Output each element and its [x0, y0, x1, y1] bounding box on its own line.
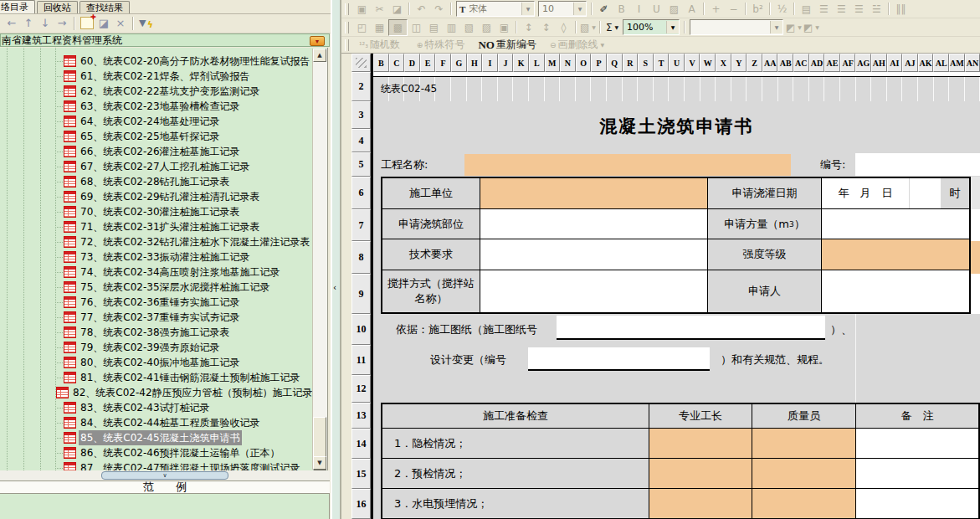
tree-item[interactable]: 69、统表C02-29钻孔灌注桩清孔记录表 [0, 189, 313, 204]
tree-item[interactable]: 64、统表C02-24地基处理记录 [0, 114, 313, 129]
font-increase-button[interactable]: + [707, 2, 725, 17]
column-header[interactable]: J [498, 54, 514, 72]
border-color-button[interactable]: ◩▼ [785, 20, 803, 35]
column-header[interactable]: AI [887, 54, 903, 72]
column-header[interactable]: AE [824, 54, 840, 72]
delete-button[interactable]: × [112, 16, 129, 31]
dropdown-arrow-icon[interactable]: ▼ [798, 24, 802, 30]
row-spacing-increase-button[interactable]: ↕ [520, 20, 537, 35]
tree-item[interactable]: 80、统表C02-40振冲地基施工记录 [0, 355, 313, 370]
fraction-button[interactable]: ½ [773, 2, 791, 17]
column-header[interactable]: Y [731, 54, 747, 72]
row-header[interactable]: 16 [351, 489, 371, 519]
tree-item[interactable]: 60、统表C02-20高分子防水卷材物理性能复试报告 [0, 54, 313, 69]
italic-button[interactable]: I [630, 2, 648, 17]
scroll-up-button[interactable]: ▲ [313, 49, 326, 62]
builder-input[interactable] [480, 178, 708, 209]
merge-cells-button[interactable]: ▦ [371, 20, 388, 35]
size-combo[interactable]: 10▼ [538, 1, 587, 17]
row-header[interactable]: 7 [351, 209, 371, 241]
quality-inspector-input[interactable] [752, 489, 856, 519]
tree-item[interactable]: 73、统表C02-33振动灌注桩施工记录 [0, 249, 313, 265]
line-combo[interactable]: ▼ [690, 19, 783, 35]
column-header[interactable]: T [654, 54, 670, 72]
column-header[interactable]: R [623, 54, 639, 72]
split-cells-button[interactable]: ▩ [388, 19, 408, 36]
column-header[interactable]: G [451, 54, 467, 72]
date-ymd-input[interactable]: 年 月 日 [822, 178, 909, 208]
tree-item[interactable]: 81、统表C02-41锤击钢筋混凝土预制桩施工记录 [0, 370, 313, 385]
tree-item[interactable]: 67、统表C02-27人工挖孔桩施工记录 [0, 159, 313, 174]
underline-button[interactable]: U [648, 2, 665, 17]
format-painter-button[interactable]: ✐ [595, 2, 613, 17]
column-header[interactable]: W [700, 54, 716, 72]
forward-button[interactable]: → [54, 16, 70, 31]
insert-picture-button[interactable]: ▧▼ [579, 20, 597, 35]
autosum-button[interactable]: Σ▼ [603, 20, 621, 35]
column-header[interactable]: H [467, 54, 483, 72]
dropdown-arrow-icon[interactable]: ▼ [666, 21, 679, 33]
strikethrough-button[interactable]: ⊖ 画删除线 ▼ [549, 38, 605, 53]
toolbar-grip[interactable] [345, 39, 349, 51]
tree-item[interactable]: 77、统表C02-37重锤夯实试夯记录 [0, 310, 313, 325]
number-input[interactable] [855, 153, 980, 176]
dropdown-arrow-icon[interactable]: ▼ [592, 24, 596, 30]
tree-item[interactable]: 84、统表C02-44桩基工程质量验收记录 [0, 415, 313, 430]
column-header[interactable]: AB [777, 54, 793, 72]
tree-item[interactable]: 86、统表C02-46预拌混凝土运输单（正本） [0, 445, 313, 460]
tree-item[interactable]: 65、统表C02-25地基钎探记录 [0, 129, 313, 144]
strength-grade-input[interactable] [822, 239, 969, 270]
protect-cell-button[interactable]: ▣ [495, 20, 513, 35]
column-header[interactable]: F [435, 54, 451, 72]
row-header[interactable]: 6 [351, 177, 371, 209]
date-blank-input[interactable] [909, 178, 941, 208]
column-header[interactable]: AH [871, 54, 887, 72]
foreman-input[interactable] [649, 459, 752, 489]
row-header[interactable]: 12 [351, 375, 371, 403]
down-button[interactable]: ↓ [37, 16, 54, 31]
foreman-input[interactable] [649, 489, 752, 519]
column-header[interactable]: AF [840, 54, 856, 72]
align-left-button[interactable]: ☰ [815, 2, 833, 17]
special-symbol-button[interactable]: ⊕ 特殊符号 [416, 38, 466, 53]
zoom-combo[interactable]: 100%▼ [623, 19, 680, 35]
column-header[interactable]: AJ [902, 54, 918, 72]
tab-recycle[interactable]: 回收站 [37, 1, 78, 13]
design-change-input[interactable] [528, 347, 710, 371]
font-decrease-button[interactable]: − [725, 2, 742, 17]
project-name-input[interactable] [464, 154, 791, 176]
paste-button[interactable]: ◪ [388, 2, 406, 17]
shade-color-button[interactable]: ◩▼ [803, 20, 820, 35]
row-spacing-decrease-button[interactable]: ↕ [537, 20, 555, 35]
remark-input[interactable] [856, 459, 978, 489]
tech-requirements-input[interactable] [480, 239, 708, 270]
superscript-button[interactable]: b² [749, 2, 767, 17]
tree-item[interactable]: 78、统表C02-38强夯施工记录表 [0, 325, 313, 340]
column-header[interactable]: V [685, 54, 700, 72]
column-header[interactable]: AM [949, 54, 965, 72]
column-header[interactable]: AA [762, 54, 778, 72]
fill-color-button[interactable]: ▨ [665, 2, 683, 17]
row-header[interactable]: 2 [351, 72, 371, 101]
font-combo[interactable]: T宋体▼ [456, 1, 535, 17]
tree-item[interactable]: 68、统表C02-28钻孔施工记录表 [0, 174, 313, 189]
row-header[interactable]: 10 [351, 314, 371, 345]
row-header[interactable]: 3 [351, 101, 371, 129]
toolbar-grip[interactable] [345, 3, 349, 15]
dropdown-arrow-icon[interactable]: ▼ [600, 42, 604, 48]
scroll-down-button[interactable]: ▼ [313, 456, 326, 470]
column-header[interactable]: I [482, 54, 498, 72]
undo-button[interactable]: ↶ [413, 2, 430, 17]
column-header[interactable]: AC [793, 54, 809, 72]
foreman-input[interactable] [649, 429, 752, 459]
align-justify-button[interactable]: ▤ [798, 2, 815, 17]
clear-format-button[interactable]: ◊ [555, 20, 572, 35]
tree-item[interactable]: 85、统表C02-45混凝土浇筑申请书 [0, 430, 313, 445]
tree-item[interactable]: 63、统表C02-23地基验槽检查记录 [0, 99, 313, 114]
volume-input[interactable] [822, 209, 969, 239]
row-header[interactable]: 11 [351, 345, 371, 375]
unmerge-cells-button[interactable]: ◫ [408, 20, 425, 35]
applicant-input[interactable] [822, 270, 969, 312]
up-button[interactable]: ↑ [20, 16, 37, 31]
vertical-splitter[interactable]: ‹ [331, 0, 341, 519]
